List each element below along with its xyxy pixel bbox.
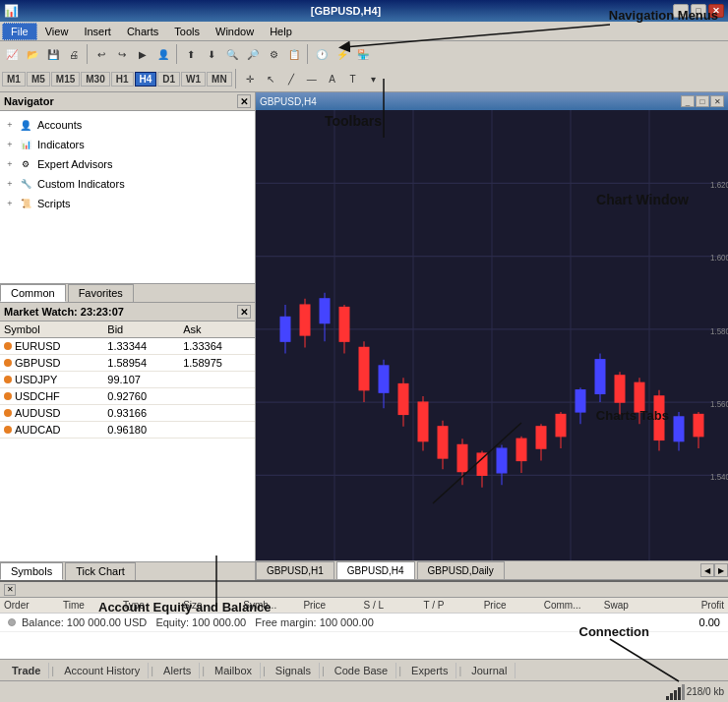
- tree-item-custom-indicators[interactable]: + 🔧 Custom Indicators: [0, 174, 255, 194]
- tf-mn[interactable]: MN: [207, 72, 232, 87]
- svg-rect-24: [398, 384, 408, 415]
- mw-usdjpy-bid: 99.107: [103, 372, 179, 388]
- tab-signals[interactable]: Signals: [268, 663, 320, 678]
- clock-icon[interactable]: 🕐: [312, 44, 332, 64]
- chart-tab-gbpusd-h4[interactable]: GBPUSD,H4: [336, 561, 415, 580]
- indicators-expander[interactable]: +: [4, 139, 16, 150]
- svg-rect-32: [477, 453, 487, 475]
- properties-icon[interactable]: ⚙: [264, 44, 283, 64]
- tf-m5[interactable]: M5: [27, 72, 50, 87]
- ci-expander[interactable]: +: [4, 178, 16, 190]
- svg-text:1.6200: 1.6200: [710, 179, 728, 190]
- menu-charts[interactable]: Charts: [119, 24, 166, 39]
- save-icon[interactable]: 💾: [43, 44, 63, 64]
- chart-tab-gbpusd-h1[interactable]: GBPUSD,H1: [256, 561, 334, 580]
- print-icon[interactable]: 🖨: [64, 44, 84, 64]
- tf-m1[interactable]: M1: [2, 72, 26, 87]
- chart-close-btn[interactable]: ✕: [710, 95, 724, 107]
- minimize-button[interactable]: _: [673, 4, 689, 18]
- menu-tools[interactable]: Tools: [166, 24, 208, 39]
- tab-mailbox[interactable]: Mailbox: [207, 663, 261, 678]
- line-icon[interactable]: ╱: [281, 69, 301, 88]
- tab-account-history[interactable]: Account History: [56, 663, 149, 678]
- chart-minimize-btn[interactable]: _: [681, 95, 695, 107]
- navigator-title: Navigator: [4, 95, 54, 107]
- tab-journal[interactable]: Journal: [463, 663, 516, 678]
- tree-item-scripts[interactable]: + 📜 Scripts: [0, 194, 255, 213]
- maximize-button[interactable]: □: [691, 4, 706, 18]
- col-swap: Swap: [604, 600, 664, 611]
- tf-d1[interactable]: D1: [157, 72, 180, 87]
- arrow-icon[interactable]: ↖: [261, 69, 280, 88]
- separator-2: [176, 44, 178, 64]
- terminal-close-btn[interactable]: ✕: [4, 584, 16, 596]
- market-icon[interactable]: 🏪: [353, 44, 373, 64]
- down-icon[interactable]: ⬇: [202, 44, 221, 64]
- profile-icon[interactable]: 👤: [153, 44, 173, 64]
- mw-row-eurusd[interactable]: EURUSD 1.33344 1.33364: [0, 338, 255, 355]
- tf-h4[interactable]: H4: [135, 72, 157, 87]
- menu-window[interactable]: Window: [208, 24, 262, 39]
- new-chart-icon[interactable]: 📈: [2, 44, 22, 64]
- tab-code-base[interactable]: Code Base: [327, 663, 396, 678]
- hline-icon[interactable]: —: [302, 69, 322, 88]
- undo-icon[interactable]: ↩: [91, 44, 111, 64]
- tab-tick-chart[interactable]: Tick Chart: [65, 562, 136, 580]
- tab-symbols[interactable]: Symbols: [0, 562, 63, 580]
- scripts-expander[interactable]: +: [4, 198, 16, 209]
- menu-insert[interactable]: Insert: [76, 24, 119, 39]
- mw-row-audcad[interactable]: AUDCAD 0.96180: [0, 422, 255, 439]
- expert-icon[interactable]: ⚡: [333, 44, 352, 64]
- open-icon[interactable]: 📂: [23, 44, 42, 64]
- col-tp: T / P: [424, 600, 484, 611]
- tab-common[interactable]: Common: [0, 284, 66, 302]
- ea-expander[interactable]: +: [4, 158, 16, 170]
- mw-row-usdjpy[interactable]: USDJPY 99.107: [0, 372, 255, 388]
- scripts-icon: 📜: [18, 196, 33, 211]
- close-button[interactable]: ✕: [708, 4, 724, 18]
- tab-experts[interactable]: Experts: [403, 663, 456, 678]
- chart-tab-gbpusd-daily[interactable]: GBPUSD,Daily: [417, 561, 505, 580]
- menu-view[interactable]: View: [37, 24, 77, 39]
- menu-file[interactable]: File: [2, 23, 37, 40]
- chart-area[interactable]: 1.6200 1.6000 1.5800 1.5600 1.5400: [256, 110, 728, 560]
- market-watch-scroll[interactable]: Symbol Bid Ask EURUSD 1.33344 1.33364: [0, 322, 255, 561]
- tree-item-expert-advisors[interactable]: + ⚙ Expert Advisors: [0, 154, 255, 174]
- crosshair-icon[interactable]: ✛: [240, 69, 260, 88]
- tf-h1[interactable]: H1: [111, 72, 134, 87]
- svg-rect-46: [615, 376, 625, 402]
- navigator-close-button[interactable]: ✕: [237, 94, 251, 108]
- redo-icon[interactable]: ↪: [112, 44, 132, 64]
- tab-alerts[interactable]: Alerts: [155, 663, 200, 678]
- custom-indicators-label: Custom Indicators: [37, 178, 125, 190]
- mw-row-gbpusd[interactable]: GBPUSD 1.58954 1.58975: [0, 355, 255, 372]
- tab-trade[interactable]: Trade: [4, 663, 49, 678]
- textlabel-icon[interactable]: T: [343, 69, 363, 88]
- tf-m30[interactable]: M30: [81, 72, 109, 87]
- mw-tab-bar: Symbols Tick Chart: [0, 561, 255, 580]
- tab-favorites[interactable]: Favorites: [68, 284, 134, 302]
- templates-icon[interactable]: 📋: [284, 44, 304, 64]
- text-icon[interactable]: A: [323, 69, 342, 88]
- svg-rect-50: [654, 396, 664, 440]
- tf-m15[interactable]: M15: [51, 72, 80, 87]
- accounts-expander[interactable]: +: [4, 119, 16, 131]
- menu-help[interactable]: Help: [262, 24, 300, 39]
- tree-item-accounts[interactable]: + 👤 Accounts: [0, 115, 255, 135]
- market-watch-close-button[interactable]: ✕: [237, 305, 251, 319]
- navigator-panel: Navigator ✕ + 👤 Accounts + 📊 Indicators: [0, 92, 255, 303]
- col-bid: Bid: [103, 322, 179, 338]
- tf-w1[interactable]: W1: [181, 72, 206, 87]
- up-icon[interactable]: ⬆: [181, 44, 201, 64]
- zoom-in-icon[interactable]: 🔍: [222, 44, 242, 64]
- chart-tab-next[interactable]: ▶: [714, 563, 728, 577]
- more-icon[interactable]: ▾: [364, 69, 384, 88]
- forward-icon[interactable]: ▶: [133, 44, 152, 64]
- mw-row-audusd[interactable]: AUDUSD 0.93166: [0, 405, 255, 422]
- tree-item-indicators[interactable]: + 📊 Indicators: [0, 135, 255, 154]
- mw-row-usdchf[interactable]: USDCHF 0.92760: [0, 388, 255, 405]
- window-title: [GBPUSD,H4]: [19, 5, 673, 17]
- zoom-out-icon[interactable]: 🔎: [243, 44, 263, 64]
- chart-maximize-btn[interactable]: □: [696, 95, 709, 107]
- chart-tab-prev[interactable]: ◀: [700, 563, 714, 577]
